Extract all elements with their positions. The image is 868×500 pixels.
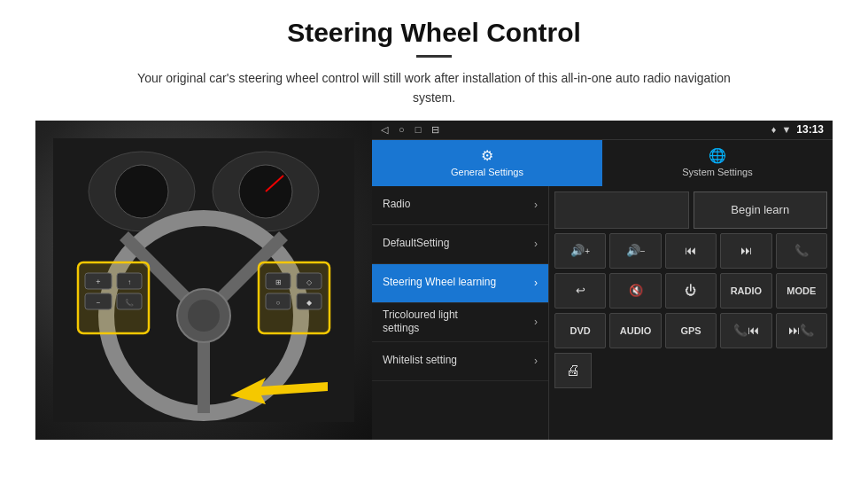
call-prev-button[interactable]: 📞⏮: [720, 313, 771, 348]
radio-label: RADIO: [731, 285, 762, 296]
vol-up-icon: 🔊+: [570, 244, 590, 257]
tab-system-settings[interactable]: 🌐 System Settings: [602, 140, 833, 186]
time-display: 13:13: [796, 123, 824, 136]
audio-button[interactable]: AUDIO: [609, 313, 661, 348]
menu-item-steering-label: Steering Wheel learning: [383, 276, 496, 290]
svg-text:+: +: [96, 277, 100, 286]
hook-icon: ↩: [576, 284, 585, 297]
chevron-right-icon: ›: [534, 199, 538, 211]
control-buttons-row2: ↩ 🔇 ⏻ RADIO MODE: [554, 273, 827, 309]
page-title: Steering Wheel Control: [35, 18, 833, 48]
chevron-right-icon: ›: [534, 355, 538, 367]
home-icon[interactable]: ○: [399, 124, 405, 135]
android-ui: ◁ ○ □ ⊟ ♦ ▼ 13:13 ⚙ General Settings: [372, 121, 833, 440]
svg-text:↑: ↑: [128, 278, 131, 286]
menu-item-radio[interactable]: Radio ›: [372, 186, 548, 225]
svg-point-3: [115, 165, 168, 218]
content-row: + − ↑ 📞 ⊞ ○: [35, 121, 833, 440]
location-icon: ♦: [771, 124, 777, 135]
globe-icon: 🌐: [709, 147, 726, 164]
call-prev-icon: 📞⏮: [733, 324, 759, 337]
mute-icon: 🔇: [629, 284, 643, 297]
gps-label: GPS: [680, 325, 701, 336]
steering-wheel-area: + − ↑ 📞 ⊞ ○: [53, 138, 354, 422]
tab-bar: ⚙ General Settings 🌐 System Settings: [372, 140, 833, 186]
gps-button[interactable]: GPS: [665, 313, 717, 348]
next-track-icon: ⏭: [740, 244, 752, 257]
chevron-right-icon: ›: [534, 316, 538, 328]
svg-text:−: −: [97, 299, 101, 307]
svg-text:◆: ◆: [306, 299, 313, 307]
page-container: Steering Wheel Control Your original car…: [0, 0, 868, 449]
svg-text:◇: ◇: [306, 278, 313, 286]
chevron-right-icon: ›: [534, 238, 538, 250]
audio-label: AUDIO: [620, 325, 651, 336]
mode-button[interactable]: MODE: [776, 273, 827, 309]
recents-icon[interactable]: □: [415, 124, 422, 135]
next-track-button[interactable]: ⏭: [720, 233, 771, 269]
menu-item-radio-label: Radio: [383, 198, 410, 212]
whitelist-icon: 🖨: [566, 363, 580, 379]
mute-button[interactable]: 🔇: [609, 273, 661, 309]
menu-item-default-setting[interactable]: DefaultSetting ›: [372, 225, 548, 264]
menu-icon[interactable]: ⊟: [431, 124, 439, 136]
tab-system-label: System Settings: [682, 167, 752, 177]
car-background: + − ↑ 📞 ⊞ ○: [35, 121, 372, 440]
dvd-button[interactable]: DVD: [554, 313, 606, 348]
control-buttons-row1: 🔊+ 🔊− ⏮ ⏭ 📞: [554, 233, 827, 269]
control-buttons-row3: DVD AUDIO GPS 📞⏮ ⏭📞: [554, 313, 827, 348]
menu-item-default-label: DefaultSetting: [383, 237, 449, 251]
steering-wheel-svg: + − ↑ 📞 ⊞ ○: [53, 138, 354, 422]
svg-text:📞: 📞: [125, 298, 134, 307]
gear-icon: ⚙: [481, 147, 493, 164]
radio-row: Begin learn: [554, 191, 827, 229]
radio-button[interactable]: RADIO: [720, 273, 771, 309]
svg-text:⊞: ⊞: [275, 278, 282, 286]
signal-icon: ▼: [781, 124, 791, 135]
empty-assignment-box: [554, 191, 689, 229]
power-button[interactable]: ⏻: [665, 273, 717, 309]
prev-track-button[interactable]: ⏮: [665, 233, 717, 269]
button-panel: Begin learn 🔊+ 🔊− ⏮: [549, 186, 833, 440]
dvd-label: DVD: [570, 325, 591, 336]
call-icon: 📞: [794, 244, 809, 257]
menu-item-tricoloured-label: Tricoloured lightsettings: [383, 309, 458, 336]
svg-point-11: [188, 300, 220, 332]
hook-button[interactable]: ↩: [554, 273, 606, 309]
status-icons-right: ♦ ▼ 13:13: [771, 123, 824, 136]
tab-general-settings[interactable]: ⚙ General Settings: [372, 140, 602, 186]
title-section: Steering Wheel Control Your original car…: [35, 18, 833, 108]
power-icon: ⏻: [685, 284, 696, 297]
vol-down-icon: 🔊−: [626, 244, 646, 257]
call-button[interactable]: 📞: [776, 233, 827, 269]
mode-label: MODE: [787, 285, 816, 296]
prev-track-icon: ⏮: [685, 244, 696, 257]
vol-down-button[interactable]: 🔊−: [609, 233, 661, 269]
chevron-right-icon: ›: [534, 277, 538, 289]
menu-item-whitelist-label: Whitelist setting: [383, 354, 457, 368]
begin-learn-button[interactable]: Begin learn: [694, 191, 828, 229]
back-icon[interactable]: ◁: [381, 124, 388, 136]
nav-icons: ◁ ○ □ ⊟: [381, 124, 439, 136]
title-divider: [416, 55, 452, 58]
vol-up-button[interactable]: 🔊+: [554, 233, 606, 269]
car-image-section: + − ↑ 📞 ⊞ ○: [35, 121, 372, 440]
tab-general-label: General Settings: [451, 167, 523, 177]
whitelist-row: 🖨: [554, 353, 827, 388]
page-subtitle: Your original car's steering wheel contr…: [124, 68, 744, 108]
call-next-icon: ⏭📞: [788, 324, 814, 337]
menu-item-whitelist[interactable]: Whitelist setting ›: [372, 342, 548, 381]
status-bar: ◁ ○ □ ⊟ ♦ ▼ 13:13: [372, 121, 833, 140]
menu-list: Radio › DefaultSetting › Steering Wheel …: [372, 186, 549, 440]
svg-text:○: ○: [276, 299, 281, 307]
main-content: Radio › DefaultSetting › Steering Wheel …: [372, 186, 833, 440]
whitelist-icon-button[interactable]: 🖨: [554, 353, 592, 388]
menu-item-steering-wheel[interactable]: Steering Wheel learning ›: [372, 264, 548, 303]
call-next-button[interactable]: ⏭📞: [776, 313, 827, 348]
menu-item-tricoloured[interactable]: Tricoloured lightsettings ›: [372, 303, 548, 342]
